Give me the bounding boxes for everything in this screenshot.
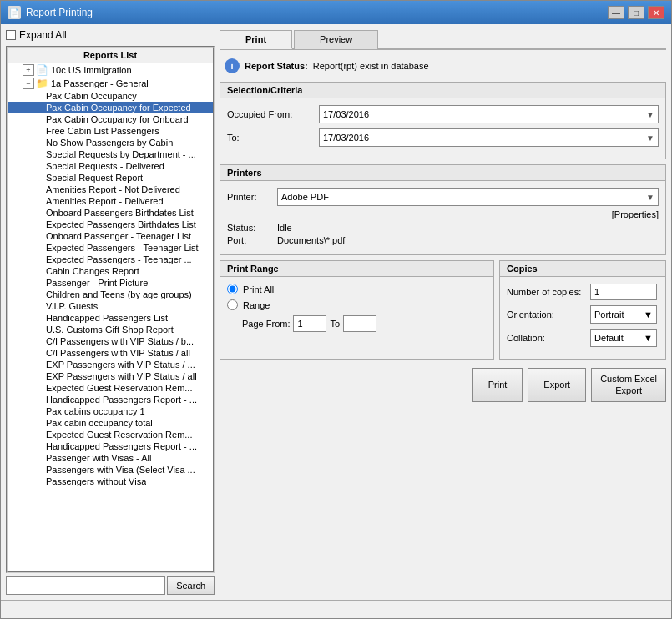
reports-list-header: Reports List <box>8 48 213 63</box>
print-all-radio[interactable] <box>227 284 238 294</box>
tree-item-pax-print[interactable]: Passenger - Print Picture <box>8 277 213 289</box>
print-button[interactable]: Print <box>472 368 523 402</box>
reports-list-body[interactable]: +📄10c US Immigration−📁1a Passenger - Gen… <box>8 63 213 571</box>
to-dropdown[interactable]: 17/03/2016 ▼ <box>319 128 659 147</box>
tab-preview[interactable]: Preview <box>294 30 378 49</box>
minimize-button[interactable]: — <box>608 6 624 19</box>
item-label-exp-guest-rem: Expected Guest Reservation Rem... <box>46 383 192 393</box>
selection-criteria-section: Selection/Criteria Occupied From: 17/03/… <box>220 82 666 159</box>
collation-dropdown[interactable]: Default ▼ <box>590 329 657 347</box>
tree-item-special-req-report[interactable]: Special Request Report <box>8 172 213 184</box>
tree-item-handicapped-rep2[interactable]: Handicapped Passengers Report - ... <box>8 440 213 452</box>
to-value: 17/03/2016 <box>323 133 369 143</box>
export-button[interactable]: Export <box>528 368 586 402</box>
range-radio[interactable] <box>227 299 238 310</box>
item-label-expected-teen1: Expected Passengers - Teenager List <box>46 243 199 253</box>
tree-item-expected-teen2[interactable]: Expected Passengers - Teenager ... <box>8 254 213 265</box>
copies-section: Copies Number of copies: Orientation: Po… <box>499 260 666 360</box>
tree-item-expected-teen1[interactable]: Expected Passengers - Teenager List <box>8 242 213 254</box>
status-info-row: Status: Idle <box>227 223 659 233</box>
tree-item-free-cabin[interactable]: Free Cabin List Passengers <box>8 125 213 137</box>
tree-item-exp-vip[interactable]: EXP Passengers with VIP Status / ... <box>8 359 213 370</box>
num-copies-label: Number of copies: <box>507 287 590 297</box>
print-range-content: Print All Range Page From: To <box>220 277 493 339</box>
printer-row: Printer: Adobe PDF ▼ <box>227 188 659 206</box>
tree-item-special-req-dept[interactable]: Special Requests by Department - ... <box>8 148 213 160</box>
tree-item-special-req-del[interactable]: Special Requests - Delivered <box>8 160 213 172</box>
tree-expand-10c[interactable]: + <box>23 64 34 76</box>
tree-item-vip[interactable]: V.I.P. Guests <box>8 300 213 312</box>
tree-item-pax-no-visa[interactable]: Passengers without Visa <box>8 476 213 487</box>
printers-title: Printers <box>220 165 665 181</box>
status-value: Report(rpt) exist in database <box>313 61 429 71</box>
title-bar: 📄 Report Printing — □ ✕ <box>1 1 671 24</box>
app-icon: 📄 <box>8 6 21 19</box>
printer-dropdown[interactable]: Adobe PDF ▼ <box>277 188 659 206</box>
tree-item-onboard-teen[interactable]: Onboard Passenger - Teenager List <box>8 230 213 242</box>
properties-link[interactable]: [Properties] <box>227 209 659 219</box>
tree-item-exp-guest-rem[interactable]: Expected Guest Reservation Rem... <box>8 382 213 394</box>
tree-item-expected-bday[interactable]: Expected Passengers Birthdates List <box>8 219 213 230</box>
orientation-arrow: ▼ <box>644 310 653 320</box>
printer-value: Adobe PDF <box>281 192 329 202</box>
orientation-dropdown[interactable]: Portrait ▼ <box>590 305 657 324</box>
tree-item-handicapped[interactable]: Handicapped Passengers List <box>8 312 213 324</box>
tree-item-pax-visas[interactable]: Passenger with Visas - All <box>8 452 213 464</box>
item-label-ci-vip-all: C/I Passengers with VIP Status / all <box>46 348 190 358</box>
item-icon-10c: 📄 <box>36 64 48 76</box>
orientation-row: Orientation: Portrait ▼ <box>507 305 659 324</box>
custom-excel-button[interactable]: Custom Excel Export <box>591 368 666 402</box>
item-label-pax-cabins-occ1: Pax cabins occupancy 1 <box>46 406 145 416</box>
occupied-from-field: 17/03/2016 ▼ <box>319 105 659 123</box>
item-label-pax-no-visa: Passengers without Visa <box>46 476 146 486</box>
port-info-label: Port: <box>227 235 277 245</box>
occupied-from-arrow: ▼ <box>646 110 654 119</box>
maximize-button[interactable]: □ <box>628 6 644 19</box>
item-label-ci-vip-b: C/I Passengers with VIP Status / b... <box>46 336 194 346</box>
item-label-handicapped-rep2: Handicapped Passengers Report - ... <box>46 441 197 451</box>
tree-item-pax-cabins-occ1[interactable]: Pax cabins occupancy 1 <box>8 405 213 417</box>
tree-item-amenities-not-del[interactable]: Amenities Report - Not Delivered <box>8 184 213 195</box>
tab-print[interactable]: Print <box>220 30 292 49</box>
tree-item-pax-visa-select[interactable]: Passengers with Visa (Select Visa ... <box>8 464 213 476</box>
tree-item-cabin-changes[interactable]: Cabin Changes Report <box>8 265 213 277</box>
tree-item-10c[interactable]: +📄10c US Immigration <box>8 63 213 77</box>
search-button[interactable]: Search <box>167 576 215 595</box>
tree-item-1a[interactable]: −📁1a Passenger - General <box>8 77 213 90</box>
reports-list-container: Reports List +📄10c US Immigration−📁1a Pa… <box>6 46 215 573</box>
item-label-pax-print: Passenger - Print Picture <box>46 278 148 288</box>
expand-all-checkbox[interactable] <box>6 30 16 40</box>
tree-item-onboard-bday[interactable]: Onboard Passengers Birthdates List <box>8 207 213 219</box>
occupied-from-dropdown[interactable]: 17/03/2016 ▼ <box>319 105 659 123</box>
tree-item-pax-cabin[interactable]: Pax Cabin Occupancy <box>8 90 213 102</box>
expand-all-row: Expand All <box>6 29 215 41</box>
page-to-label: To <box>330 319 340 329</box>
selection-criteria-title: Selection/Criteria <box>220 83 665 98</box>
tree-item-handicapped-rep[interactable]: Handicapped Passengers Report - ... <box>8 394 213 405</box>
tree-item-children-teens[interactable]: Children and Teens (by age groups) <box>8 289 213 300</box>
status-bar: i Report Status: Report(rpt) exist in da… <box>220 55 666 77</box>
to-arrow: ▼ <box>646 133 654 143</box>
tree-item-ci-vip-b[interactable]: C/I Passengers with VIP Status / b... <box>8 335 213 347</box>
status-icon: i <box>225 58 240 73</box>
tree-item-amenities-del[interactable]: Amenities Report - Delivered <box>8 195 213 207</box>
action-buttons: Print Export Custom Excel Export <box>220 365 666 402</box>
collation-row: Collation: Default ▼ <box>507 329 659 347</box>
tree-item-us-customs[interactable]: U.S. Customs Gift Shop Report <box>8 324 213 335</box>
num-copies-input[interactable] <box>590 284 657 300</box>
tree-item-exp-guest-rem2[interactable]: Expected Guest Reservation Rem... <box>8 429 213 440</box>
page-to-input[interactable] <box>343 315 376 332</box>
close-button[interactable]: ✕ <box>648 6 664 19</box>
tree-item-ci-vip-all[interactable]: C/I Passengers with VIP Status / all <box>8 347 213 359</box>
left-panel: Expand All Reports List +📄10c US Immigra… <box>6 29 215 595</box>
item-label-pax-cabin-occ-total: Pax cabin occupancy total <box>46 418 153 428</box>
search-input[interactable] <box>6 576 165 595</box>
tree-item-pax-cabin-expected[interactable]: Pax Cabin Occupancy for Expected <box>8 102 213 113</box>
item-label-expected-bday: Expected Passengers Birthdates List <box>46 219 196 229</box>
page-from-input[interactable] <box>293 315 326 332</box>
tree-expand-1a[interactable]: − <box>23 78 34 89</box>
tree-item-pax-cabin-occ-total[interactable]: Pax cabin occupancy total <box>8 417 213 429</box>
tree-item-exp-vip-all[interactable]: EXP Passengers with VIP Status / all <box>8 370 213 382</box>
tree-item-pax-cabin-onboard[interactable]: Pax Cabin Occupancy for Onboard <box>8 113 213 125</box>
tree-item-no-show[interactable]: No Show Passengers by Cabin <box>8 137 213 148</box>
